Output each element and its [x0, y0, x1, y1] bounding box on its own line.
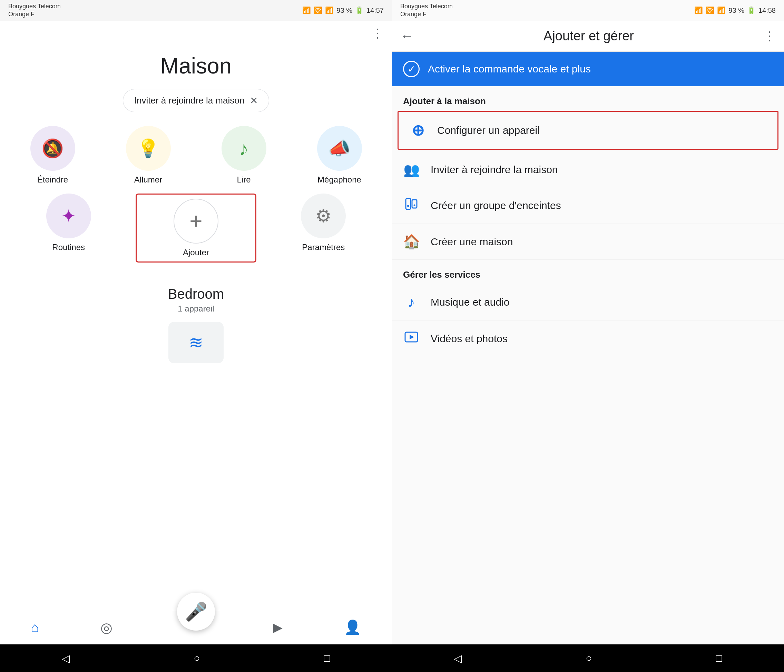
musique-icon: ♪ — [403, 294, 420, 310]
spacer — [392, 357, 784, 644]
right-signal-icon: 📶 — [717, 6, 726, 14]
nav-account[interactable]: 👤 — [344, 619, 361, 635]
invite-pill[interactable]: Inviter à rejoindre la maison ✕ — [123, 89, 269, 112]
section-manage-header: Gérer les services — [392, 260, 784, 284]
svg-rect-0 — [406, 199, 411, 210]
action-eteindre[interactable]: 🔕 Éteindre — [8, 126, 97, 185]
left-top-bar: ⋮ — [0, 21, 392, 46]
action-ajouter[interactable]: + Ajouter — [135, 194, 256, 262]
action-parametres[interactable]: ⚙ Paramètres — [263, 194, 384, 262]
nav-home[interactable]: ⌂ — [31, 619, 39, 635]
menu-musique[interactable]: ♪ Musique et audio — [392, 284, 784, 320]
action-grid-row1: 🔕 Éteindre 💡 Allumer ♪ Lire 📣 — [0, 126, 392, 185]
svg-point-3 — [414, 205, 415, 206]
voice-banner[interactable]: ✓ Activer la commande vocale et plus — [392, 52, 784, 86]
maison-icon: 🏠 — [403, 234, 420, 250]
allumer-label: Allumer — [134, 175, 162, 185]
recents-btn[interactable]: □ — [324, 652, 330, 664]
configurer-icon: ⊕ — [410, 121, 426, 139]
configurer-label: Configurer un appareil — [437, 124, 540, 136]
left-time: 14:57 — [367, 6, 384, 14]
groupe-label: Créer un groupe d'enceintes — [431, 200, 561, 211]
home-icon: ⌂ — [31, 619, 39, 635]
page-title: Maison — [0, 46, 392, 89]
videos-label: Vidéos et photos — [431, 333, 508, 345]
right-back-btn[interactable]: ◁ — [454, 652, 462, 664]
right-more-icon[interactable]: ⋮ — [763, 29, 776, 43]
nav-discover[interactable]: ◎ — [100, 619, 112, 635]
right-recents-btn[interactable]: □ — [716, 652, 722, 664]
close-icon[interactable]: ✕ — [250, 95, 258, 106]
left-network: Orange F — [8, 10, 61, 18]
action-allumer[interactable]: 💡 Allumer — [104, 126, 193, 185]
inviter-icon: 👥 — [403, 162, 420, 177]
svg-rect-1 — [412, 200, 417, 208]
room-device-row: ≋ — [0, 322, 392, 363]
back-button[interactable]: ← — [400, 28, 414, 44]
battery-pct: 93 % — [336, 6, 352, 14]
back-btn[interactable]: ◁ — [62, 652, 70, 664]
room-device-count: 1 appareil — [8, 304, 384, 313]
invite-bar: Inviter à rejoindre la maison ✕ — [0, 89, 392, 112]
signal-icon: 📶 — [325, 6, 334, 14]
right-network: Orange F — [400, 10, 453, 18]
room-section: Bedroom 1 appareil — [0, 286, 392, 313]
mic-icon: 🎤 — [185, 601, 207, 622]
media-icon: ▶ — [273, 620, 283, 635]
right-carrier: Bouygues Telecom — [400, 2, 453, 10]
megaphone-icon: 📣 — [328, 138, 351, 159]
banner-text: Activer la commande vocale et plus — [428, 63, 591, 75]
right-battery-pct: 93 % — [728, 6, 744, 14]
right-home-btn[interactable]: ○ — [586, 652, 592, 664]
left-status-right: 📶 🛜 📶 93 % 🔋 14:57 — [302, 6, 384, 14]
invite-text: Inviter à rejoindre la maison — [134, 95, 244, 106]
action-megaphone[interactable]: 📣 Mégaphone — [295, 126, 384, 185]
right-carrier-info: Bouygues Telecom Orange F — [400, 2, 453, 19]
routines-icon: ✦ — [61, 206, 76, 226]
megaphone-label: Mégaphone — [317, 175, 361, 185]
action-lire[interactable]: ♪ Lire — [199, 126, 288, 185]
ajouter-circle: + — [174, 199, 218, 244]
allumer-icon: 💡 — [137, 138, 159, 159]
megaphone-circle: 📣 — [317, 126, 362, 171]
parametres-circle: ⚙ — [301, 194, 346, 238]
eteindre-label: Éteindre — [37, 175, 68, 185]
svg-point-2 — [407, 205, 409, 207]
ajouter-icon: + — [190, 210, 202, 232]
right-status-bar: Bouygues Telecom Orange F 📶 🛜 📶 93 % 🔋 1… — [392, 0, 784, 21]
left-status-bar: Bouygues Telecom Orange F 📶 🛜 📶 93 % 🔋 1… — [0, 0, 392, 21]
lire-icon: ♪ — [239, 137, 249, 160]
eteindre-icon: 🔕 — [41, 138, 64, 159]
right-wifi-icon: 🛜 — [706, 6, 714, 14]
action-routines[interactable]: ✦ Routines — [8, 194, 129, 262]
eteindre-circle: 🔕 — [30, 126, 75, 171]
routines-label: Routines — [52, 242, 85, 252]
allumer-circle: 💡 — [126, 126, 171, 171]
mic-fab[interactable]: 🎤 — [177, 593, 215, 631]
more-options-icon[interactable]: ⋮ — [371, 26, 384, 41]
right-header: ← Ajouter et gérer ⋮ — [392, 21, 784, 52]
home-btn[interactable]: ○ — [194, 652, 200, 664]
sim-icon: 📶 — [302, 6, 311, 14]
menu-videos[interactable]: Vidéos et photos — [392, 320, 784, 357]
battery-icon: 🔋 — [355, 6, 364, 14]
nav-media[interactable]: ▶ — [273, 620, 283, 635]
menu-configurer[interactable]: ⊕ Configurer un appareil — [398, 111, 778, 150]
discover-icon: ◎ — [100, 619, 112, 635]
left-main-content: ⋮ Maison Inviter à rejoindre la maison ✕… — [0, 21, 392, 610]
account-icon: 👤 — [344, 619, 361, 635]
musique-label: Musique et audio — [431, 296, 510, 308]
groupe-icon — [403, 197, 420, 214]
videos-icon — [403, 330, 420, 347]
ajouter-label: Ajouter — [183, 248, 209, 258]
device-card-wifi[interactable]: ≋ — [168, 322, 224, 363]
menu-inviter[interactable]: 👥 Inviter à rejoindre la maison — [392, 152, 784, 187]
maison-label: Créer une maison — [431, 236, 513, 248]
menu-groupe[interactable]: Créer un groupe d'enceintes — [392, 187, 784, 224]
right-phone-panel: Bouygues Telecom Orange F 📶 🛜 📶 93 % 🔋 1… — [392, 0, 784, 672]
routines-circle: ✦ — [46, 194, 91, 238]
menu-maison[interactable]: 🏠 Créer une maison — [392, 224, 784, 260]
inviter-label: Inviter à rejoindre la maison — [431, 164, 558, 175]
checkmark-icon: ✓ — [403, 61, 420, 77]
svg-marker-5 — [410, 335, 414, 340]
